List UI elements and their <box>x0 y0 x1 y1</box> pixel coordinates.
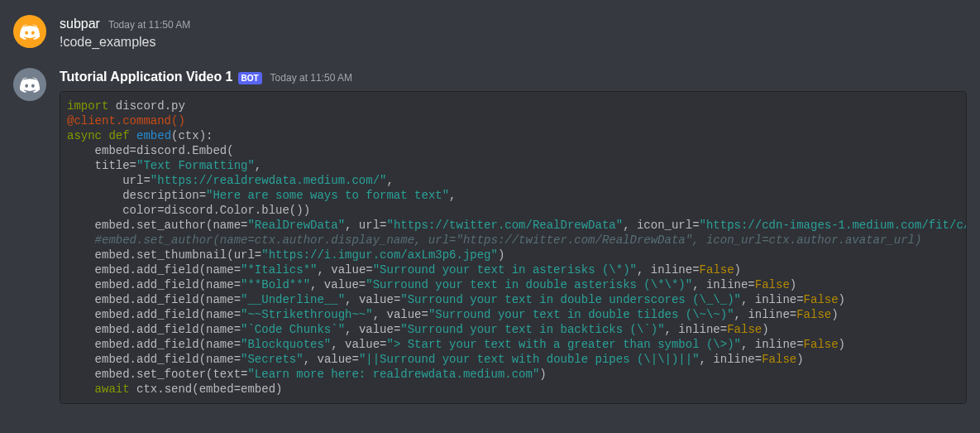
token-string: "__Underline__" <box>241 293 345 306</box>
token-string: "Learn more here: realdrewdata.medium.co… <box>247 368 539 381</box>
token-string: "Surround your text in backticks (\`)" <box>400 323 664 336</box>
token: , inline= <box>637 263 700 277</box>
token: , url= <box>345 219 386 232</box>
token: , <box>449 189 456 202</box>
token: , inline= <box>692 278 755 291</box>
token: embed.add_field(name= <box>67 323 241 336</box>
token-keyword: def <box>102 129 130 142</box>
token: ) <box>762 323 768 336</box>
token: , value= <box>373 308 428 321</box>
token: url= <box>67 174 151 187</box>
timestamp: Today at 11:50 AM <box>108 18 190 32</box>
token-string: "Blockquotes" <box>241 338 331 351</box>
token-keyword: await <box>95 382 130 396</box>
token: , inline= <box>741 338 804 351</box>
avatar-bot[interactable] <box>13 68 46 101</box>
token-comment: #embed.set_author(name=ctx.author.displa… <box>67 233 921 247</box>
token: ) <box>734 263 741 277</box>
token: discord.py <box>108 99 184 113</box>
token: (ctx): <box>171 129 213 142</box>
token-keyword: False <box>804 338 839 351</box>
token: ) <box>796 353 803 366</box>
message-bot: Tutorial Application Video 1 BOT Today a… <box>0 66 980 406</box>
token-string: "Surround your text in asterisks (\*)" <box>373 263 637 277</box>
token-string: "`Code Chunks`" <box>241 323 345 336</box>
token-string: "Text Formatting" <box>136 159 255 172</box>
token-string: "https://i.imgur.com/axLm3p6.jpeg" <box>261 248 498 262</box>
token: , value= <box>331 338 386 351</box>
token: embed.add_field(name= <box>67 263 241 277</box>
token: , <box>255 159 261 172</box>
token-string: "https://twitter.com/RealDrewData" <box>386 219 623 232</box>
token: color=discord.Color.blue()) <box>67 204 310 217</box>
token-string: "Secrets" <box>241 353 304 366</box>
code-block[interactable]: import discord.py @client.command() asyn… <box>60 91 967 404</box>
token: , value= <box>345 293 400 306</box>
token: ) <box>839 293 845 306</box>
discord-logo-icon <box>20 75 40 94</box>
token-string: "RealDrewData" <box>247 219 345 232</box>
token-keyword: False <box>727 323 762 336</box>
token: embed.add_field(name= <box>67 338 241 351</box>
message-content: !code_examples <box>60 33 967 51</box>
token: embed.set_thumbnail(url= <box>67 248 261 262</box>
token-string: "Surround your text in double tildes (\~… <box>428 308 734 321</box>
token: , value= <box>304 353 359 366</box>
token: embed=discord.Embed( <box>67 144 234 157</box>
token: , inline= <box>741 293 804 306</box>
token: , icon_url= <box>623 219 699 232</box>
token-string: "~~Strikethrough~~" <box>241 308 373 321</box>
token: embed.add_field(name= <box>67 278 241 291</box>
token-string: "||Surround your text with double pipes … <box>359 353 700 366</box>
token-decorator: @client.command() <box>67 114 185 127</box>
token-keyword: False <box>700 263 734 277</box>
token-keyword: False <box>755 278 790 291</box>
token: embed.add_field(name= <box>67 308 241 321</box>
avatar-user[interactable] <box>13 15 46 48</box>
token: title= <box>67 159 136 172</box>
timestamp: Today at 11:50 AM <box>270 71 352 85</box>
token-string: "Surround your text in double asterisks … <box>366 278 692 291</box>
token-string: "> Start your text with a greater than s… <box>386 338 740 351</box>
token-string: "Here are some ways to format text" <box>206 189 449 202</box>
token-keyword: False <box>762 353 796 366</box>
token-keyword: async <box>67 129 102 142</box>
message-user: subpar Today at 11:50 AM !code_examples <box>0 13 980 53</box>
bot-tag: BOT <box>238 72 262 84</box>
token: embed.add_field(name= <box>67 353 241 366</box>
token: embed.set_footer(text= <box>67 368 247 381</box>
token-string: "**Bold**" <box>241 278 310 291</box>
token: ) <box>790 278 796 291</box>
token: , <box>386 174 393 187</box>
token-keyword: import <box>67 99 108 113</box>
token-keyword: False <box>804 293 839 306</box>
token: ctx.send(embed=embed) <box>130 382 283 396</box>
token: , value= <box>317 263 372 277</box>
token: embed.add_field(name= <box>67 293 241 306</box>
token-string: "*Italics*" <box>241 263 317 277</box>
message-header: subpar Today at 11:50 AM <box>60 15 967 33</box>
token: ) <box>539 368 546 381</box>
token: , inline= <box>734 308 797 321</box>
username[interactable]: subpar <box>60 15 100 33</box>
token: ) <box>839 338 845 351</box>
token: , inline= <box>665 323 728 336</box>
token: , value= <box>345 323 400 336</box>
token: , value= <box>310 278 366 291</box>
token: ) <box>831 308 838 321</box>
token-string: "Surround your text in double underscore… <box>400 293 741 306</box>
token-string: "https://cdn-images-1.medium.com/fit/c/3… <box>700 219 967 232</box>
token: ) <box>498 248 504 262</box>
token: embed.set_author(name= <box>67 219 247 232</box>
token: description= <box>67 189 206 202</box>
token-string: "https://realdrewdata.medium.com/" <box>151 174 387 187</box>
message-header: Tutorial Application Video 1 BOT Today a… <box>60 68 967 86</box>
token: , inline= <box>700 353 762 366</box>
token-func: embed <box>130 129 171 142</box>
token <box>67 382 95 396</box>
token-keyword: False <box>796 308 831 321</box>
discord-logo-icon <box>20 22 40 41</box>
username[interactable]: Tutorial Application Video 1 <box>60 68 233 86</box>
